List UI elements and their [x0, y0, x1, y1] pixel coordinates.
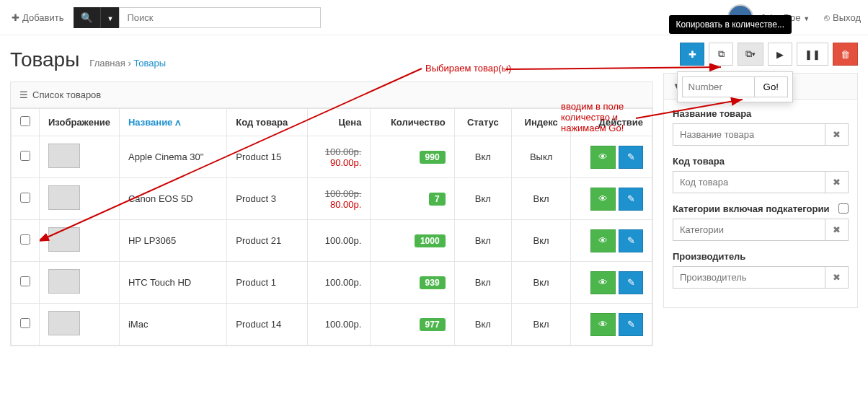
- table-row: Canon EOS 5D Product 3 100.00p.80.00p. 7…: [12, 178, 652, 220]
- breadcrumb-current[interactable]: Товары: [133, 58, 166, 69]
- view-button[interactable]: 👁: [590, 313, 616, 336]
- row-checkbox[interactable]: [20, 234, 30, 245]
- enable-button[interactable]: ▶: [768, 43, 792, 66]
- search-icon: 🔍: [81, 12, 93, 23]
- cell-action: 👁 ✎: [571, 178, 652, 220]
- cell-name: Canon EOS 5D: [119, 178, 226, 220]
- clear-name-button[interactable]: ✖: [825, 123, 849, 146]
- filter-manufacturer-input[interactable]: [673, 266, 825, 289]
- pause-icon: ❚❚: [805, 49, 820, 60]
- cell-index: Вкл: [512, 304, 571, 346]
- row-checkbox[interactable]: [20, 151, 30, 161]
- eye-icon: 👁: [598, 193, 608, 204]
- cell-price: 100.00p.: [308, 220, 371, 262]
- qty-badge: 7: [429, 193, 446, 206]
- col-qty: Количество: [371, 109, 454, 136]
- row-checkbox[interactable]: [20, 318, 30, 328]
- eye-icon: 👁: [598, 151, 608, 162]
- add-button[interactable]: ✚ Добавить: [7, 9, 68, 26]
- sort-asc-icon: ᴧ: [175, 117, 181, 128]
- caret-down-icon: ▼: [107, 15, 113, 22]
- select-all-checkbox[interactable]: [20, 116, 30, 126]
- close-icon: ✖: [833, 224, 841, 235]
- view-button[interactable]: 👁: [590, 271, 616, 294]
- row-checkbox[interactable]: [20, 276, 30, 286]
- col-code: Код товара: [227, 109, 308, 136]
- disable-button[interactable]: ❚❚: [797, 43, 828, 66]
- view-button[interactable]: 👁: [590, 146, 616, 169]
- col-price: Цена: [308, 109, 371, 136]
- col-name[interactable]: Название ᴧ: [119, 109, 226, 136]
- product-thumb: [48, 311, 80, 335]
- clear-code-button[interactable]: ✖: [825, 171, 849, 193]
- pencil-icon: ✎: [627, 193, 635, 204]
- cell-status: Вкл: [454, 220, 511, 262]
- cell-action: 👁 ✎: [571, 220, 652, 262]
- table-row: Apple Cinema 30" Product 15 100.00p.90.0…: [12, 136, 652, 178]
- edit-button[interactable]: ✎: [619, 146, 643, 169]
- plus-icon: ✚: [688, 49, 696, 60]
- clear-manufacturer-button[interactable]: ✖: [825, 266, 849, 289]
- cell-name: HTC Touch HD: [119, 262, 226, 304]
- trash-icon: 🗑: [841, 49, 850, 60]
- page-title: Товары: [10, 48, 79, 71]
- copy-qty-dropdown: Go!: [677, 71, 793, 102]
- copy-qty-input[interactable]: [682, 76, 754, 97]
- pencil-icon: ✎: [627, 151, 635, 162]
- search-button[interactable]: 🔍: [74, 7, 100, 28]
- view-button[interactable]: 👁: [590, 188, 616, 211]
- filter-code-input[interactable]: [673, 171, 825, 193]
- cell-status: Вкл: [454, 262, 511, 304]
- col-image: Изображение: [40, 109, 120, 136]
- price-new: 80.00p.: [316, 199, 361, 210]
- cell-code: Product 3: [227, 178, 308, 220]
- cell-status: Вкл: [454, 136, 511, 178]
- cell-qty: 990: [371, 136, 454, 178]
- pencil-icon: ✎: [627, 277, 635, 288]
- copy-button[interactable]: ⧉: [709, 43, 733, 66]
- product-thumb: [48, 227, 80, 252]
- cell-status: Вкл: [454, 304, 511, 346]
- qty-badge: 990: [420, 151, 446, 164]
- edit-button[interactable]: ✎: [619, 313, 643, 336]
- cell-qty: 7: [371, 178, 454, 220]
- view-button[interactable]: 👁: [590, 229, 616, 252]
- cell-name: Apple Cinema 30": [119, 136, 226, 178]
- caret-down-icon: ▾: [752, 50, 756, 58]
- logout-icon: ⎋: [824, 12, 830, 23]
- cell-name: iMac: [119, 304, 226, 346]
- add-product-button[interactable]: ✚: [680, 43, 704, 66]
- cell-qty: 939: [371, 262, 454, 304]
- cell-code: Product 15: [227, 136, 308, 178]
- cell-action: 👁 ✎: [571, 304, 652, 346]
- close-icon: ✖: [833, 177, 841, 188]
- search-input[interactable]: [119, 7, 321, 28]
- search-dropdown[interactable]: ▼: [100, 7, 119, 28]
- edit-button[interactable]: ✎: [619, 271, 643, 294]
- clear-categories-button[interactable]: ✖: [825, 219, 849, 241]
- delete-button[interactable]: 🗑: [833, 43, 858, 66]
- copy-qty-button[interactable]: ⧉▾: [738, 43, 763, 66]
- plus-icon: ✚: [12, 12, 19, 23]
- row-checkbox[interactable]: [20, 193, 30, 203]
- eye-icon: 👁: [598, 235, 608, 246]
- edit-button[interactable]: ✎: [619, 188, 643, 211]
- qty-badge: 939: [420, 276, 446, 289]
- breadcrumb: Главная › Товары: [89, 58, 166, 69]
- filter-name-input[interactable]: [673, 123, 825, 146]
- edit-button[interactable]: ✎: [619, 229, 643, 252]
- cell-price: 100.00p.90.00p.: [308, 136, 371, 178]
- cell-code: Product 1: [227, 262, 308, 304]
- cell-index: Вкл: [512, 178, 571, 220]
- filter-categories-input[interactable]: [673, 219, 825, 241]
- logout-label: Выход: [833, 12, 861, 23]
- logout-button[interactable]: ⎋ Выход: [824, 12, 861, 23]
- go-button[interactable]: Go!: [754, 76, 788, 97]
- close-icon: ✖: [833, 129, 841, 140]
- product-thumb: [48, 185, 80, 210]
- include-subcategories-checkbox[interactable]: [838, 203, 849, 214]
- pencil-icon: ✎: [627, 235, 635, 246]
- cell-price: 100.00p.80.00p.: [308, 178, 371, 220]
- breadcrumb-home[interactable]: Главная: [89, 58, 125, 69]
- copy-icon: ⧉: [718, 48, 725, 60]
